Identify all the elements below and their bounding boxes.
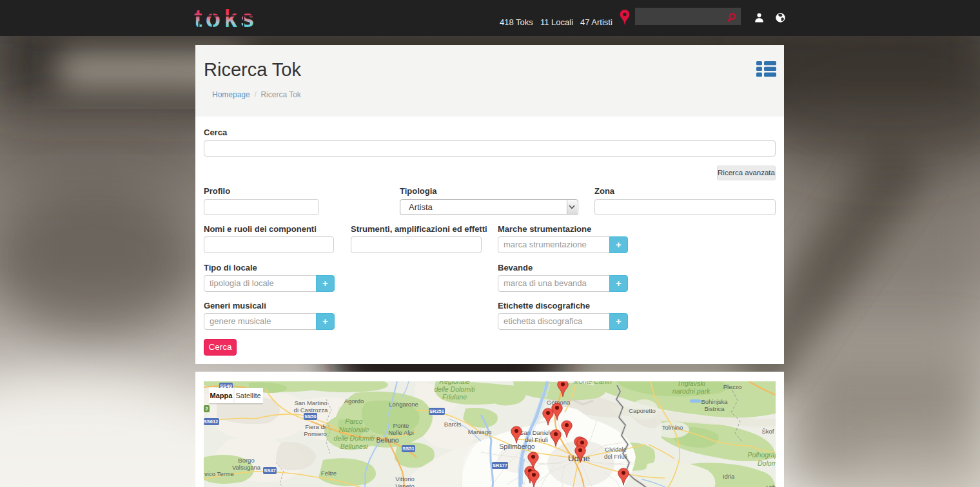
svg-text:Cividale: Cividale — [605, 446, 627, 453]
svg-text:Primiero: Primiero — [304, 430, 326, 437]
svg-text:Polhograjski: Polhograjski — [747, 451, 776, 459]
svg-text:Mappa: Mappa — [210, 392, 233, 399]
svg-text:Monte Canin: Monte Canin — [573, 381, 612, 385]
svg-text:SR251: SR251 — [429, 408, 444, 414]
svg-text:Caporetto: Caporetto — [629, 407, 656, 414]
svg-text:Škof: Škof — [761, 428, 774, 435]
svg-text:Feltre: Feltre — [321, 470, 337, 477]
svg-text:Nazionale: Nazionale — [339, 426, 369, 434]
svg-text:Idria: Idria — [723, 473, 735, 480]
svg-text:Tolmino: Tolmino — [662, 424, 683, 431]
svg-text:SS612: SS612 — [204, 419, 218, 425]
svg-text:Bellunesi: Bellunesi — [340, 443, 368, 450]
svg-text:Bohinjska: Bohinjska — [701, 398, 728, 405]
svg-text:narodni park: narodni park — [672, 387, 710, 395]
svg-text:Friulane: Friulane — [442, 393, 467, 401]
svg-text:Bistrica: Bistrica — [704, 405, 725, 412]
svg-text:di Castrozza: di Castrozza — [294, 406, 329, 414]
svg-text:Vrh: Vrh — [767, 484, 776, 487]
svg-text:Satellite: Satellite — [235, 392, 260, 399]
svg-text:Fiera di: Fiera di — [305, 423, 326, 430]
svg-text:delle Dolomiti: delle Dolomiti — [333, 434, 375, 442]
svg-text:Borgo: Borgo — [238, 457, 254, 464]
svg-text:San Daniele: San Daniele — [520, 429, 553, 436]
svg-text:Veneto: Veneto — [395, 482, 415, 487]
svg-text:Spilimbergo: Spilimbergo — [499, 443, 535, 450]
svg-text:SS51: SS51 — [402, 446, 414, 452]
svg-text:Barcis: Barcis — [444, 421, 462, 428]
svg-text:Agordo: Agordo — [344, 397, 364, 405]
svg-text:vico Terme: vico Terme — [204, 470, 234, 477]
svg-text:delle Dolomiti: delle Dolomiti — [434, 385, 475, 393]
svg-text:San Martino: San Martino — [294, 399, 327, 406]
svg-text:Vittorio: Vittorio — [395, 475, 414, 482]
svg-text:SR177: SR177 — [493, 463, 507, 468]
svg-text:del Friuli: del Friuli — [604, 453, 627, 460]
svg-text:Nelle Alpi: Nelle Alpi — [388, 429, 414, 436]
svg-text:Plezzo: Plezzo — [723, 383, 742, 390]
svg-text:SS50: SS50 — [304, 414, 316, 419]
svg-text:Longarone: Longarone — [389, 401, 418, 408]
svg-text:Parco: Parco — [345, 417, 363, 425]
svg-text:2: 2 — [205, 406, 208, 412]
svg-text:SS47: SS47 — [264, 468, 275, 473]
svg-text:Valsugana: Valsugana — [232, 464, 261, 471]
svg-text:Triglavski: Triglavski — [677, 381, 705, 387]
svg-text:Ponte: Ponte — [393, 422, 409, 429]
svg-text:Dolomiti: Dolomiti — [758, 459, 776, 467]
svg-text:Belluno: Belluno — [376, 436, 398, 444]
svg-text:Maniago: Maniago — [468, 428, 491, 435]
